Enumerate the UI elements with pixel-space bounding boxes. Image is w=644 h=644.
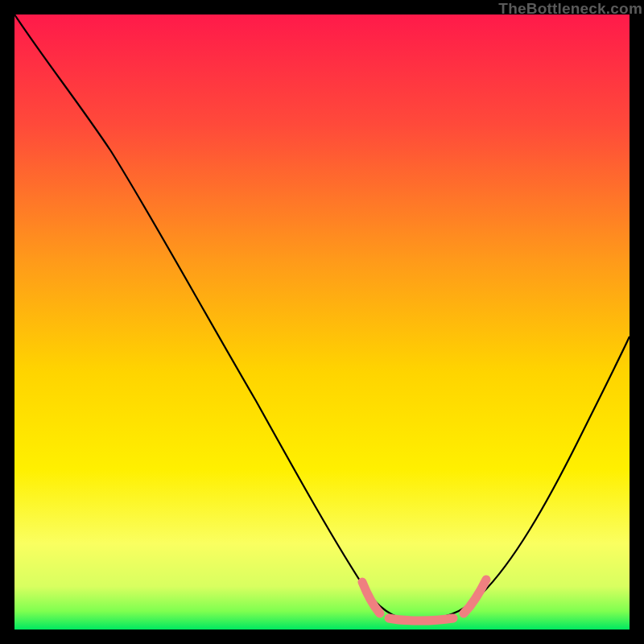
watermark-text: TheBottleneck.com	[498, 0, 642, 18]
chart-container	[14, 14, 630, 630]
chart-plot	[14, 14, 630, 630]
bottleneck-curve	[14, 14, 630, 620]
optimal-zone-highlight	[362, 580, 486, 621]
